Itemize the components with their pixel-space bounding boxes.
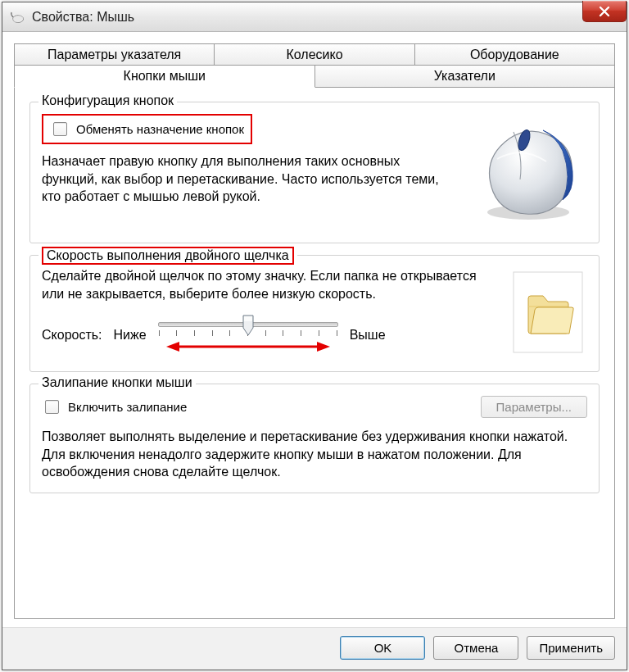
close-button[interactable]	[582, 1, 627, 22]
swap-buttons-description: Назначает правую кнопку для выполнения т…	[42, 152, 450, 206]
group-button-config-title: Конфигурация кнопок	[38, 93, 177, 108]
red-arrow-annotation	[166, 339, 330, 354]
tab-pointer-options[interactable]: Параметры указателя	[14, 43, 215, 66]
dialog-footer: OK Отмена Применить	[2, 627, 627, 670]
tab-panel-buttons: Конфигурация кнопок Обменять назначение …	[14, 87, 615, 619]
speed-slider-row: Скорость: Ниже	[42, 314, 494, 356]
titlebar[interactable]: Свойства: Мышь	[2, 2, 627, 32]
group-clicklock-title: Залипание кнопки мыши	[38, 375, 196, 390]
tab-pointers[interactable]: Указатели	[314, 65, 616, 88]
slider-thumb-icon	[242, 315, 254, 336]
speed-label: Скорость:	[42, 328, 102, 343]
fast-label: Выше	[350, 328, 386, 343]
clicklock-settings-button: Параметры...	[481, 396, 587, 418]
speed-slider[interactable]	[158, 314, 338, 356]
clicklock-checkbox[interactable]	[45, 400, 59, 414]
group-button-config: Конфигурация кнопок Обменять назначение …	[29, 102, 600, 243]
close-icon	[598, 6, 611, 17]
cancel-button[interactable]: Отмена	[433, 636, 518, 660]
group-double-click-title: Скорость выполнения двойного щелчка	[38, 247, 297, 265]
svg-marker-5	[166, 342, 179, 352]
mouse-properties-window: Свойства: Мышь Параметры указателя Колес…	[2, 2, 627, 670]
swap-buttons-checkbox[interactable]	[53, 122, 67, 136]
window-title: Свойства: Мышь	[32, 10, 134, 25]
swap-buttons-label: Обменять назначение кнопок	[76, 122, 244, 136]
group-clicklock: Залипание кнопки мыши Включить залипание…	[29, 384, 600, 493]
tab-buttons[interactable]: Кнопки мыши	[14, 65, 315, 88]
tab-wheel[interactable]: Колесико	[214, 43, 414, 66]
group-double-click: Скорость выполнения двойного щелчка Сдел…	[29, 255, 600, 372]
double-click-description: Сделайте двойной щелчок по этому значку.…	[42, 267, 494, 302]
tab-hardware[interactable]: Оборудование	[414, 43, 615, 66]
folder-test-icon[interactable]	[509, 267, 587, 360]
clicklock-description: Позволяет выполнять выделение и перетаск…	[42, 428, 587, 481]
ok-button[interactable]: OK	[340, 636, 425, 660]
svg-marker-6	[317, 342, 330, 352]
tabs: Параметры указателя Колесико Оборудовани…	[14, 43, 615, 88]
mouse-illustration	[464, 114, 587, 231]
mouse-icon	[9, 9, 25, 25]
clicklock-label: Включить залипание	[68, 400, 187, 414]
highlight-swap-buttons: Обменять назначение кнопок	[42, 114, 252, 144]
client-area: Параметры указателя Колесико Оборудовани…	[2, 32, 627, 627]
slow-label: Ниже	[114, 328, 147, 343]
apply-button[interactable]: Применить	[527, 636, 615, 660]
